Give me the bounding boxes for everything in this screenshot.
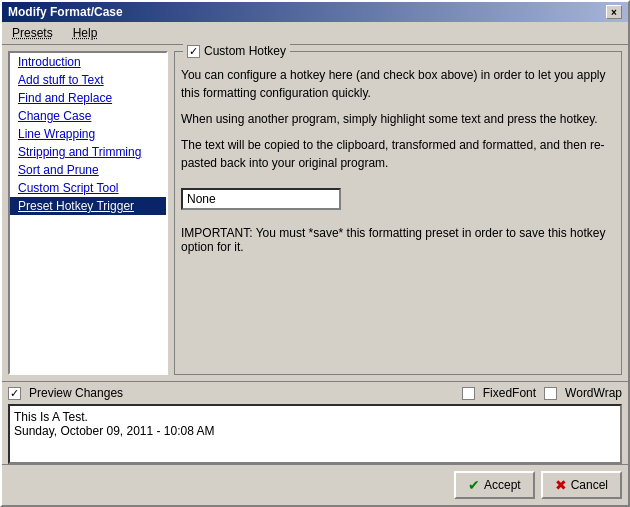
nav-find-replace[interactable]: Find and Replace <box>10 89 166 107</box>
menu-presets[interactable]: Presets <box>6 24 59 42</box>
important-text: IMPORTANT: You must *save* this formatti… <box>181 226 615 254</box>
nav-custom-script[interactable]: Custom Script Tool <box>10 179 166 197</box>
nav-panel: Introduction Add stuff to Text Find and … <box>8 51 168 375</box>
nav-add-stuff[interactable]: Add stuff to Text <box>10 71 166 89</box>
group-label: Custom Hotkey <box>204 44 286 58</box>
preview-changes-checkbox[interactable] <box>8 387 21 400</box>
word-wrap-label: WordWrap <box>565 386 622 400</box>
hotkey-input[interactable] <box>181 188 341 210</box>
menu-bar: Presets Help <box>2 22 628 45</box>
nav-preset-hotkey[interactable]: Preset Hotkey Trigger <box>10 197 166 215</box>
preview-line2: Sunday, October 09, 2011 - 10:08 AM <box>14 424 616 438</box>
accept-icon: ✔ <box>468 477 480 493</box>
hotkey-content: You can configure a hotkey here (and che… <box>181 66 615 172</box>
word-wrap-checkbox[interactable] <box>544 387 557 400</box>
description2: When using another program, simply highl… <box>181 110 615 128</box>
custom-hotkey-checkbox[interactable] <box>187 45 200 58</box>
title-bar: Modify Format/Case × <box>2 2 628 22</box>
close-button[interactable]: × <box>606 5 622 19</box>
menu-help[interactable]: Help <box>67 24 104 42</box>
preview-line1: This Is A Test. <box>14 410 616 424</box>
preview-area: This Is A Test. Sunday, October 09, 2011… <box>8 404 622 464</box>
cancel-label: Cancel <box>571 478 608 492</box>
cancel-icon: ✖ <box>555 477 567 493</box>
nav-sort-prune[interactable]: Sort and Prune <box>10 161 166 179</box>
main-window: Modify Format/Case × Presets Help Introd… <box>0 0 630 507</box>
custom-hotkey-group: Custom Hotkey You can configure a hotkey… <box>174 51 622 375</box>
accept-label: Accept <box>484 478 521 492</box>
window-title: Modify Format/Case <box>8 5 123 19</box>
button-bar: ✔ Accept ✖ Cancel <box>2 464 628 505</box>
fixed-font-label: FixedFont <box>483 386 536 400</box>
group-title: Custom Hotkey <box>183 44 290 58</box>
nav-stripping[interactable]: Stripping and Trimming <box>10 143 166 161</box>
nav-line-wrapping[interactable]: Line Wrapping <box>10 125 166 143</box>
accept-button[interactable]: ✔ Accept <box>454 471 535 499</box>
main-content: Introduction Add stuff to Text Find and … <box>2 45 628 381</box>
preview-controls: Preview Changes FixedFont WordWrap <box>2 381 628 404</box>
nav-change-case[interactable]: Change Case <box>10 107 166 125</box>
description3: The text will be copied to the clipboard… <box>181 136 615 172</box>
nav-introduction[interactable]: Introduction <box>10 53 166 71</box>
cancel-button[interactable]: ✖ Cancel <box>541 471 622 499</box>
preview-changes-label: Preview Changes <box>29 386 123 400</box>
fixed-font-checkbox[interactable] <box>462 387 475 400</box>
right-panel: Custom Hotkey You can configure a hotkey… <box>174 51 622 375</box>
description1: You can configure a hotkey here (and che… <box>181 66 615 102</box>
